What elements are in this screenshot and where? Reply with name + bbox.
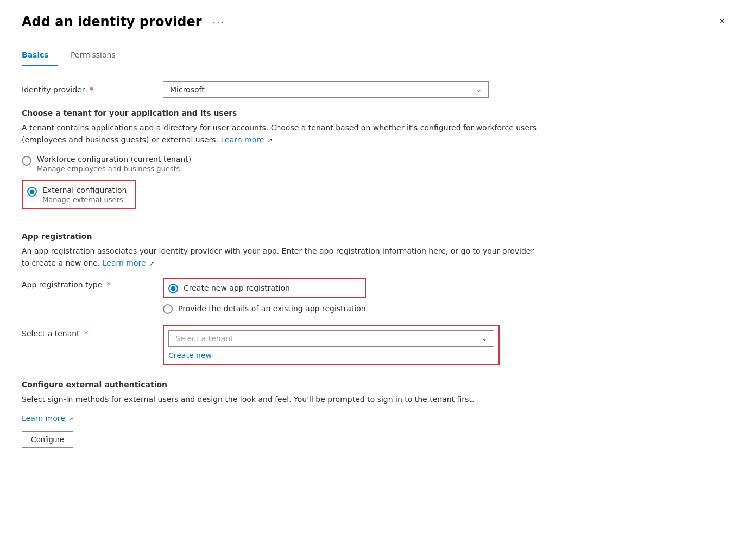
tabs-container: Basics Permissions xyxy=(22,45,729,66)
external-radio-option[interactable]: External configuration Manage external u… xyxy=(27,186,127,204)
configure-external-section: Configure external authentication Select… xyxy=(22,380,729,448)
workforce-radio-circle xyxy=(22,156,31,166)
workforce-radio-text: Workforce configuration (current tenant)… xyxy=(37,155,191,173)
required-star: * xyxy=(90,85,93,94)
panel-header: Add an identity provider ··· × xyxy=(22,13,729,30)
identity-provider-label: Identity provider * xyxy=(22,85,163,94)
tenant-section-desc: A tenant contains applications and a dir… xyxy=(22,122,543,146)
create-new-tenant-link[interactable]: Create new xyxy=(168,351,494,360)
configure-external-link-icon: ➚ xyxy=(68,416,73,423)
app-reg-learn-more-link[interactable]: Learn more xyxy=(103,259,146,267)
existing-radio-option[interactable]: Provide the details of an existing app r… xyxy=(163,303,366,314)
app-reg-external-link-icon: ➚ xyxy=(149,260,154,267)
create-new-highlight-box: Create new app registration xyxy=(163,278,366,298)
workforce-radio-option[interactable]: Workforce configuration (current tenant)… xyxy=(22,155,729,173)
external-link-icon: ➚ xyxy=(268,137,273,144)
identity-provider-dropdown[interactable]: Microsoft ⌄ xyxy=(163,81,489,98)
dropdown-chevron-icon: ⌄ xyxy=(476,86,482,93)
existing-radio-circle xyxy=(163,304,173,314)
external-config-highlight-box: External configuration Manage external u… xyxy=(22,180,136,209)
select-tenant-row: Select a tenant * Select a tenant ⌄ Crea… xyxy=(22,325,729,365)
tenant-learn-more-link[interactable]: Learn more xyxy=(221,135,264,144)
configure-external-desc: Select sign-in methods for external user… xyxy=(22,393,543,405)
app-reg-type-row: App registration type * Create new app r… xyxy=(22,278,729,314)
app-reg-options-container: Create new app registration Provide the … xyxy=(163,278,366,314)
app-reg-required-star: * xyxy=(107,280,111,289)
tenant-section: Choose a tenant for your application and… xyxy=(22,109,729,217)
tab-basics[interactable]: Basics xyxy=(22,45,58,66)
create-new-radio-option[interactable]: Create new app registration xyxy=(168,282,290,293)
close-button[interactable]: × xyxy=(715,14,729,29)
identity-provider-field-row: Identity provider * Microsoft ⌄ xyxy=(22,81,729,98)
panel-title: Add an identity provider xyxy=(22,14,202,29)
create-new-radio-circle xyxy=(168,284,178,293)
tab-permissions[interactable]: Permissions xyxy=(71,45,124,66)
select-tenant-label: Select a tenant * xyxy=(22,325,163,338)
app-registration-heading: App registration xyxy=(22,232,729,241)
tenant-section-heading: Choose a tenant for your application and… xyxy=(22,109,729,117)
app-reg-type-label: App registration type * xyxy=(22,278,163,289)
configure-external-heading: Configure external authentication xyxy=(22,380,729,389)
select-tenant-required-star: * xyxy=(84,329,88,338)
add-identity-provider-panel: Add an identity provider ··· × Basics Pe… xyxy=(0,0,751,560)
ellipsis-button[interactable]: ··· xyxy=(209,13,230,30)
panel-title-row: Add an identity provider ··· xyxy=(22,13,229,30)
tenant-dropdown-chevron-icon: ⌄ xyxy=(482,335,487,342)
select-tenant-dropdown[interactable]: Select a tenant ⌄ xyxy=(168,330,494,347)
app-registration-section: App registration An app registration ass… xyxy=(22,232,729,365)
configure-external-learn-more-link[interactable]: Learn more xyxy=(22,414,65,423)
app-registration-desc: An app registration associates your iden… xyxy=(22,245,543,269)
tenant-select-highlight-box: Select a tenant ⌄ Create new xyxy=(163,325,500,365)
external-radio-circle xyxy=(27,187,37,197)
configure-button[interactable]: Configure xyxy=(22,431,73,448)
external-radio-text: External configuration Manage external u… xyxy=(42,186,127,204)
